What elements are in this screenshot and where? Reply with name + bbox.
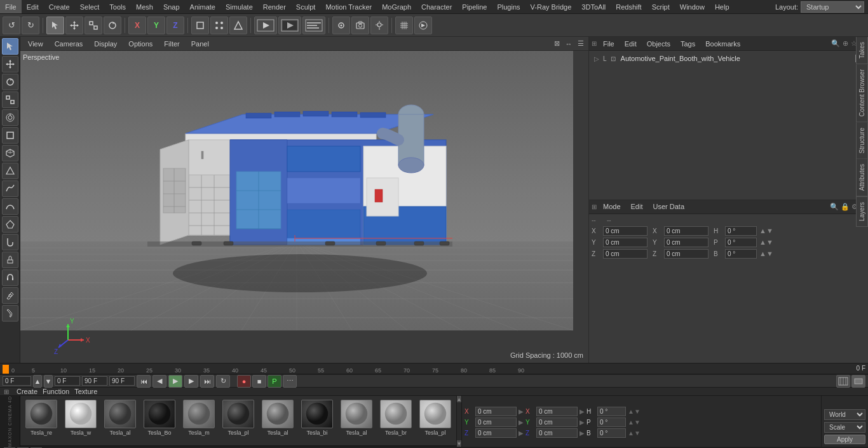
tl-prev-frame-button[interactable]: ◀: [153, 375, 166, 388]
vp-maximize-icon[interactable]: ⊠: [552, 39, 562, 49]
object-item[interactable]: ▷ L ⊡ Automotive_Paint_Booth_with_Vehicl…: [592, 53, 865, 64]
attr-x2-input[interactable]: [664, 226, 709, 236]
mat-function-button[interactable]: Function: [43, 388, 69, 395]
tool-stamp[interactable]: [2, 252, 18, 268]
tl-stop-button[interactable]: ■: [252, 375, 266, 388]
tl-record-button[interactable]: ●: [237, 375, 251, 388]
tool-cube[interactable]: [2, 145, 18, 161]
tool-bend[interactable]: [2, 234, 18, 250]
mat-scroll-up[interactable]: ▲: [457, 396, 461, 402]
light-button[interactable]: [370, 17, 388, 34]
menu-mesh[interactable]: Mesh: [131, 0, 158, 13]
tl-loop-button[interactable]: ↻: [216, 375, 230, 388]
tool-polygon[interactable]: [2, 216, 18, 233]
side-tab-attributes[interactable]: Attributes: [856, 159, 868, 196]
attr-h-input[interactable]: [725, 226, 757, 236]
render-settings-button[interactable]: [302, 17, 325, 34]
video-post-button[interactable]: [414, 17, 432, 34]
coord-b-input[interactable]: [597, 428, 626, 438]
mat-item-0[interactable]: Tesla_re: [23, 400, 60, 436]
render-view-button[interactable]: [254, 17, 277, 34]
tool-magnet[interactable]: [2, 269, 18, 286]
menu-mograph[interactable]: MoGraph: [377, 0, 416, 13]
menu-motion-tracker[interactable]: Motion Tracker: [320, 0, 377, 13]
side-tab-takes[interactable]: Takes: [856, 37, 868, 64]
attr-userdata-button[interactable]: User Data: [649, 202, 689, 211]
mat-item-5[interactable]: Tesla_pl: [220, 400, 257, 436]
side-tab-content-browser[interactable]: Content Browser: [856, 64, 868, 122]
mat-item-3[interactable]: Tesla_Bo: [141, 400, 178, 436]
attr-lock-icon[interactable]: 🔒: [841, 203, 850, 211]
menu-redshift[interactable]: Redshift: [611, 0, 646, 13]
select-tool-button[interactable]: [46, 17, 64, 34]
mat-item-10[interactable]: Tesla_pl: [417, 400, 454, 436]
snap-button[interactable]: [332, 17, 350, 34]
tl-auto-key-button[interactable]: P: [268, 375, 281, 388]
menu-create[interactable]: Create: [44, 0, 75, 13]
world-dropdown[interactable]: World Object Camera: [824, 409, 865, 420]
menu-snap[interactable]: Snap: [158, 0, 185, 13]
mat-texture-button[interactable]: Texture: [74, 388, 97, 395]
scale-tool-button[interactable]: [85, 17, 102, 34]
tool-paint[interactable]: [2, 305, 18, 322]
start-frame-input[interactable]: [55, 376, 80, 386]
undo-button[interactable]: ↺: [3, 17, 20, 34]
redo-button[interactable]: ↻: [22, 17, 39, 34]
attr-mode-button[interactable]: Mode: [599, 202, 625, 211]
vp-menu-panel[interactable]: Panel: [186, 39, 214, 48]
tool-rotate[interactable]: [2, 74, 18, 90]
tl-goto-end-button[interactable]: ⏭: [200, 375, 214, 388]
viewport-canvas[interactable]: X Y Z Perspective Grid Spacing : 1000 cm: [20, 51, 588, 363]
object-mode-button[interactable]: [191, 17, 209, 34]
tl-play-forward-button[interactable]: ▶: [168, 375, 182, 388]
side-tab-structure[interactable]: Structure: [856, 123, 868, 160]
coord-z-pos[interactable]: [475, 428, 517, 438]
attr-b-input[interactable]: [725, 249, 757, 259]
move-tool-button[interactable]: [65, 17, 83, 34]
menu-render[interactable]: Render: [258, 0, 291, 13]
tool-arrow[interactable]: [2, 38, 18, 55]
vp-menu-cameras[interactable]: Cameras: [50, 39, 88, 48]
tl-next-frame-button[interactable]: ▶: [184, 375, 198, 388]
coord-x-size[interactable]: [536, 407, 578, 416]
points-mode-button[interactable]: [210, 17, 228, 34]
vp-menu-view[interactable]: View: [23, 39, 48, 48]
tl-dotdot-button[interactable]: ⋯: [283, 375, 297, 388]
attr-y2-input[interactable]: [664, 238, 709, 247]
tool-move[interactable]: [2, 56, 18, 72]
rotate-tool-button[interactable]: [104, 17, 121, 34]
attr-y1-input[interactable]: [603, 238, 648, 247]
mat-item-9[interactable]: Tesla_br: [377, 400, 414, 436]
tl-up-btn[interactable]: ▲: [33, 375, 42, 388]
material-scrollbar[interactable]: ▲ ▼: [456, 396, 461, 447]
mat-scroll-track[interactable]: [457, 402, 461, 440]
preview-end-input[interactable]: [109, 376, 135, 386]
obj-search-icon[interactable]: 🔍: [831, 39, 840, 48]
tool-spline[interactable]: [2, 198, 18, 215]
vp-expand-icon[interactable]: ↔: [564, 39, 574, 49]
mat-item-4[interactable]: Tesla_m: [180, 400, 217, 436]
mat-item-1[interactable]: Tesla_w: [62, 400, 99, 436]
scale-dropdown[interactable]: Scale m cm mm: [824, 422, 865, 433]
obj-file-button[interactable]: File: [599, 39, 618, 48]
render-picture-button[interactable]: [278, 17, 301, 34]
tl-goto-start-button[interactable]: ⏮: [137, 375, 151, 388]
end-frame-input[interactable]: [82, 376, 107, 386]
edges-mode-button[interactable]: [229, 17, 247, 34]
vp-menu-options[interactable]: Options: [123, 39, 158, 48]
current-frame-input[interactable]: [3, 376, 31, 386]
attr-search-icon[interactable]: 🔍: [830, 203, 839, 211]
obj-objects-button[interactable]: Objects: [643, 39, 674, 48]
menu-script[interactable]: Script: [647, 0, 675, 13]
coord-y-pos[interactable]: [475, 417, 517, 427]
tl-down-btn[interactable]: ▼: [44, 375, 53, 388]
obj-bookmarks-button[interactable]: Bookmarks: [702, 39, 744, 48]
coord-h-input[interactable]: [597, 407, 626, 416]
tool-knife[interactable]: [2, 287, 18, 304]
vp-menu-filter[interactable]: Filter: [159, 39, 184, 48]
coord-y-size[interactable]: [536, 417, 578, 427]
menu-vray[interactable]: V-Ray Bridge: [526, 0, 577, 13]
attr-p-input[interactable]: [725, 238, 757, 247]
xform-y-button[interactable]: Y: [147, 17, 165, 34]
attr-edit-button[interactable]: Edit: [627, 202, 647, 211]
